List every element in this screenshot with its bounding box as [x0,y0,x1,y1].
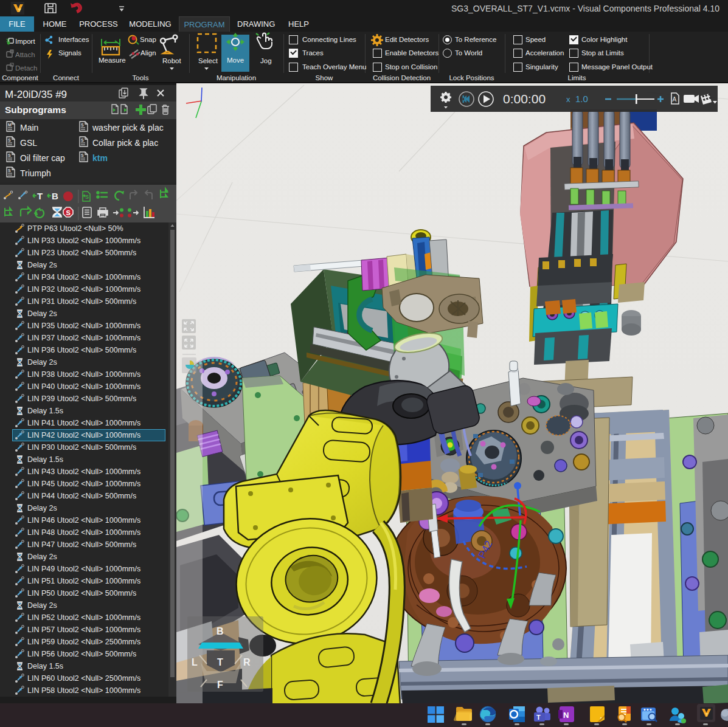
svg-text:x: x [566,95,570,104]
svg-text:T: T [536,714,541,721]
svg-text:0:00:00: 0:00:00 [503,92,546,106]
svg-text:S: S [8,168,11,173]
svg-text:S: S [81,153,84,157]
svg-text:L: L [192,657,198,667]
svg-text:S: S [66,209,71,216]
svg-text:A: A [673,96,677,103]
svg-text:B: B [217,626,224,636]
svg-text:1.0: 1.0 [575,94,588,104]
svg-text:F: F [217,680,223,690]
svg-text:T: T [37,191,43,201]
svg-text:S: S [81,123,84,127]
svg-text:T: T [217,657,223,667]
svg-text:R: R [243,657,251,667]
svg-text:M: M [8,123,12,127]
svg-text:N: N [563,711,569,720]
svg-text:B: B [52,191,58,201]
svg-text:S: S [8,153,11,157]
svg-text:S: S [85,194,89,200]
svg-text:S: S [81,138,84,142]
svg-text:S: S [8,138,11,142]
